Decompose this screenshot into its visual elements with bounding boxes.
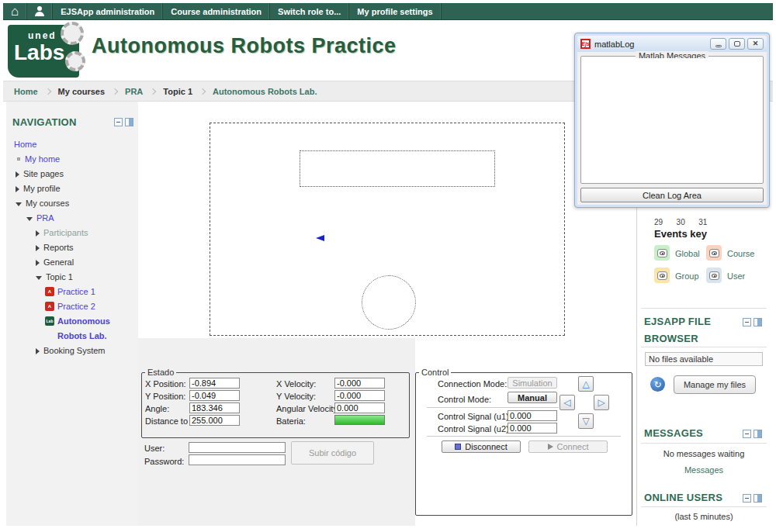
matlab-log-area[interactable] [583, 58, 761, 181]
breadcrumb-my-courses[interactable]: My courses [58, 87, 106, 96]
collapse-tree-icon[interactable] [16, 202, 22, 206]
disconnect-button[interactable]: Disconnect [442, 440, 521, 453]
maximize-button[interactable] [729, 38, 745, 50]
calendar-day-31[interactable]: 31 [698, 218, 707, 226]
sidebar-item-booking-system[interactable]: Booking System [6, 344, 137, 358]
sidebar-item-my-profile[interactable]: My profile [6, 181, 137, 196]
arrow-right-button[interactable]: ▷ [594, 395, 609, 410]
menu-switch-role[interactable]: Switch role to... [270, 3, 349, 19]
pdf-icon: A [45, 287, 54, 296]
arrow-left-button[interactable]: ◁ [559, 395, 575, 410]
gear-icon [61, 22, 84, 45]
arrow-up-button[interactable]: △ [578, 376, 594, 392]
calendar-day-29[interactable]: 29 [654, 218, 663, 226]
connection-mode-label: Connection Mode: [438, 379, 507, 389]
matlablog-title: matlabLog [594, 40, 708, 49]
matlablog-window[interactable]: Ejs matlabLog ✕ Matlab Messages Clean Lo… [574, 33, 770, 208]
connect-button[interactable]: Connect [528, 440, 608, 453]
online-users-subtitle: (last 5 minutes) [641, 512, 767, 521]
eye-icon [709, 249, 719, 257]
angle-field[interactable]: 183.346 [189, 402, 240, 413]
manage-files-button[interactable]: Manage my files [674, 375, 756, 394]
menu-ejsapp-administration[interactable]: EJSApp administration [53, 3, 163, 19]
sidebar-item-my-home[interactable]: My home [6, 152, 137, 167]
expand-icon[interactable] [16, 186, 19, 192]
topbar: ⌂ EJSApp administration Course administr… [3, 3, 773, 20]
x-position-field[interactable]: -0.894 [189, 378, 240, 389]
x-velocity-label: X Velocity: [276, 379, 316, 389]
close-button[interactable]: ✕ [747, 38, 764, 50]
clean-log-button[interactable]: Clean Log Area [580, 188, 764, 202]
matlablog-titlebar[interactable]: Ejs matlabLog ✕ [577, 36, 767, 52]
x-velocity-field[interactable]: -0.000 [334, 378, 385, 389]
collapse-tree-icon[interactable] [26, 217, 33, 221]
dock-icon[interactable] [753, 494, 762, 503]
refresh-icon[interactable]: ↻ [650, 377, 665, 392]
control-mode-button[interactable]: Manual [508, 392, 557, 403]
expand-icon[interactable] [36, 245, 40, 251]
dock-icon[interactable] [125, 118, 133, 126]
sidebar-item-practice-2[interactable]: APractice 2 [6, 299, 137, 314]
calendar-last-row: 29 30 31 [654, 214, 717, 228]
global-event-icon [654, 245, 670, 261]
expand-icon[interactable] [36, 260, 40, 266]
eye-icon [657, 271, 667, 280]
divider [641, 443, 767, 444]
gear-icon [65, 51, 85, 71]
matlab-messages-group: Matlab Messages [580, 56, 764, 184]
control-signal-u2-label: Control Signal (u2): [438, 424, 511, 434]
events-key-course[interactable]: Course [727, 249, 754, 258]
sidebar-item-reports[interactable]: Reports [6, 240, 137, 255]
collapse-icon[interactable] [743, 494, 751, 503]
distance-field[interactable]: 255.000 [189, 415, 240, 426]
control-signal-u2-field[interactable]: 0.000 [508, 423, 557, 434]
events-key-title: Events key [654, 228, 707, 240]
profile-button[interactable] [27, 3, 53, 19]
sidebar-item-topic-1[interactable]: Topic 1 [6, 270, 137, 285]
sidebar-item-site-pages[interactable]: Site pages [6, 167, 137, 181]
sidebar-item-general[interactable]: General [6, 255, 137, 270]
divider [641, 308, 767, 309]
connection-mode-button[interactable]: Simulation [508, 377, 557, 389]
uned-labs-logo: uned Labs [8, 25, 79, 78]
password-input[interactable] [189, 454, 286, 465]
collapse-icon[interactable] [114, 118, 123, 126]
messages-title: MESSAGES [644, 427, 703, 439]
calendar-day-30[interactable]: 30 [677, 218, 685, 226]
sidebar-item-practice-1[interactable]: APractice 1 [6, 285, 137, 299]
expand-icon[interactable] [36, 348, 40, 354]
messages-link[interactable]: Messages [684, 465, 723, 475]
breadcrumb-pra[interactable]: PRA [125, 87, 143, 96]
collapse-icon[interactable] [743, 430, 751, 438]
breadcrumb-topic-1[interactable]: Topic 1 [163, 87, 192, 96]
menu-profile-settings[interactable]: My profile settings [349, 3, 441, 19]
expand-icon[interactable] [36, 230, 40, 237]
dock-icon[interactable] [753, 318, 762, 326]
expand-icon[interactable] [16, 171, 19, 178]
breadcrumb-home[interactable]: Home [14, 87, 38, 96]
y-position-label: Y Position: [145, 392, 185, 401]
sidebar-item-pra[interactable]: PRA [6, 211, 137, 226]
angle-label: Angle: [145, 404, 169, 413]
y-velocity-field[interactable]: -0.000 [334, 390, 385, 401]
bullet-icon [17, 157, 20, 161]
sidebar-item-autonomous-robots-lab[interactable]: LabAutonomous Robots Lab. [6, 314, 137, 344]
events-key-user[interactable]: User [727, 271, 745, 281]
user-input[interactable] [189, 442, 286, 453]
dock-icon[interactable] [753, 430, 762, 438]
y-position-field[interactable]: -0.049 [189, 390, 240, 401]
menu-course-administration[interactable]: Course administration [163, 3, 270, 19]
upload-code-button[interactable]: Subir código [291, 441, 374, 465]
collapse-icon[interactable] [743, 318, 751, 326]
sidebar-item-my-courses[interactable]: My courses [6, 196, 137, 211]
control-signal-u1-field[interactable]: 0.000 [508, 410, 557, 421]
sidebar-item-participants[interactable]: Participants [6, 226, 137, 240]
arrow-down-button[interactable]: ▽ [578, 413, 594, 429]
events-key-global[interactable]: Global [675, 249, 700, 258]
home-button[interactable]: ⌂ [3, 3, 27, 19]
sidebar-item-home[interactable]: Home [6, 137, 137, 152]
events-key-group[interactable]: Group [675, 271, 699, 281]
angular-velocity-field[interactable]: 0.000 [334, 402, 385, 413]
collapse-tree-icon[interactable] [36, 276, 42, 280]
minimize-button[interactable] [710, 38, 726, 50]
